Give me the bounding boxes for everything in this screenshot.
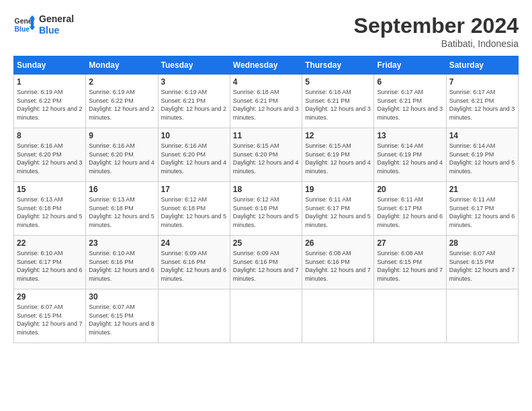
day-number: 20: [377, 185, 443, 194]
calendar-cell: 26 Sunrise: 6:08 AM Sunset: 6:16 PM Dayl…: [302, 236, 374, 289]
calendar-cell: 13 Sunrise: 6:14 AM Sunset: 6:19 PM Dayl…: [374, 128, 446, 182]
day-info: Sunrise: 6:14 AM Sunset: 6:19 PM Dayligh…: [377, 142, 443, 175]
location: Batibati, Indonesia: [354, 38, 519, 49]
calendar-cell: 17 Sunrise: 6:12 AM Sunset: 6:18 PM Dayl…: [158, 182, 230, 236]
header-saturday: Saturday: [446, 56, 518, 75]
weekday-header-row: Sunday Monday Tuesday Wednesday Thursday…: [14, 56, 519, 75]
day-number: 7: [449, 77, 515, 87]
calendar-cell: 14 Sunrise: 6:14 AM Sunset: 6:19 PM Dayl…: [446, 128, 518, 182]
calendar-cell: 15 Sunrise: 6:13 AM Sunset: 6:18 PM Dayl…: [14, 182, 86, 236]
calendar-cell: 6 Sunrise: 6:17 AM Sunset: 6:21 PM Dayli…: [374, 75, 446, 128]
calendar-cell: 1 Sunrise: 6:19 AM Sunset: 6:22 PM Dayli…: [14, 75, 86, 128]
day-info: Sunrise: 6:08 AM Sunset: 6:16 PM Dayligh…: [305, 249, 371, 283]
calendar-cell: [302, 289, 374, 343]
day-number: 29: [17, 292, 83, 302]
header-tuesday: Tuesday: [158, 56, 230, 75]
day-info: Sunrise: 6:13 AM Sunset: 6:18 PM Dayligh…: [89, 195, 154, 229]
calendar-cell: [158, 289, 230, 343]
calendar-cell: 25 Sunrise: 6:09 AM Sunset: 6:16 PM Dayl…: [230, 236, 302, 289]
title-block: September 2024 Batibati, Indonesia: [354, 13, 519, 49]
calendar-cell: 3 Sunrise: 6:19 AM Sunset: 6:21 PM Dayli…: [158, 75, 230, 128]
calendar-cell: [446, 289, 518, 343]
day-number: 18: [233, 185, 299, 194]
day-number: 24: [161, 238, 227, 248]
day-number: 22: [17, 238, 83, 248]
logo-text-line2: Blue: [39, 25, 74, 36]
calendar-cell: 30 Sunrise: 6:07 AM Sunset: 6:15 PM Dayl…: [86, 289, 158, 343]
calendar-week-row: 15 Sunrise: 6:13 AM Sunset: 6:18 PM Dayl…: [14, 182, 519, 236]
day-number: 1: [17, 77, 83, 87]
calendar-table: Sunday Monday Tuesday Wednesday Thursday…: [13, 56, 519, 343]
header-sunday: Sunday: [14, 56, 86, 75]
calendar-cell: [230, 289, 302, 343]
day-info: Sunrise: 6:07 AM Sunset: 6:15 PM Dayligh…: [89, 303, 154, 336]
day-info: Sunrise: 6:18 AM Sunset: 6:21 PM Dayligh…: [305, 88, 371, 122]
day-info: Sunrise: 6:11 AM Sunset: 6:17 PM Dayligh…: [449, 195, 515, 229]
day-info: Sunrise: 6:09 AM Sunset: 6:16 PM Dayligh…: [161, 249, 227, 283]
day-info: Sunrise: 6:19 AM Sunset: 6:22 PM Dayligh…: [89, 88, 154, 122]
day-number: 27: [377, 238, 443, 248]
calendar-week-row: 22 Sunrise: 6:10 AM Sunset: 6:17 PM Dayl…: [14, 236, 519, 289]
page-header: General Blue General Blue September 2024…: [13, 13, 519, 49]
header-monday: Monday: [86, 56, 158, 75]
day-number: 6: [377, 77, 443, 87]
calendar-cell: 16 Sunrise: 6:13 AM Sunset: 6:18 PM Dayl…: [86, 182, 158, 236]
calendar-cell: 7 Sunrise: 6:17 AM Sunset: 6:21 PM Dayli…: [446, 75, 518, 128]
day-number: 4: [233, 77, 299, 87]
day-number: 14: [449, 131, 515, 140]
day-number: 13: [377, 131, 443, 140]
day-number: 9: [89, 131, 154, 140]
day-info: Sunrise: 6:16 AM Sunset: 6:20 PM Dayligh…: [161, 142, 227, 175]
calendar-cell: 5 Sunrise: 6:18 AM Sunset: 6:21 PM Dayli…: [302, 75, 374, 128]
day-number: 16: [89, 185, 154, 194]
calendar-cell: [374, 289, 446, 343]
calendar-cell: 20 Sunrise: 6:11 AM Sunset: 6:17 PM Dayl…: [374, 182, 446, 236]
header-friday: Friday: [374, 56, 446, 75]
calendar-cell: 9 Sunrise: 6:16 AM Sunset: 6:20 PM Dayli…: [86, 128, 158, 182]
day-number: 10: [161, 131, 227, 140]
day-info: Sunrise: 6:11 AM Sunset: 6:17 PM Dayligh…: [377, 195, 443, 229]
day-number: 21: [449, 185, 515, 194]
svg-text:Blue: Blue: [15, 25, 30, 32]
calendar-cell: 27 Sunrise: 6:08 AM Sunset: 6:15 PM Dayl…: [374, 236, 446, 289]
day-info: Sunrise: 6:10 AM Sunset: 6:16 PM Dayligh…: [89, 249, 154, 283]
logo: General Blue General Blue: [13, 13, 74, 36]
calendar-cell: 2 Sunrise: 6:19 AM Sunset: 6:22 PM Dayli…: [86, 75, 158, 128]
header-wednesday: Wednesday: [230, 56, 302, 75]
day-info: Sunrise: 6:13 AM Sunset: 6:18 PM Dayligh…: [17, 195, 83, 229]
calendar-cell: 18 Sunrise: 6:12 AM Sunset: 6:18 PM Dayl…: [230, 182, 302, 236]
day-info: Sunrise: 6:09 AM Sunset: 6:16 PM Dayligh…: [233, 249, 299, 283]
day-info: Sunrise: 6:14 AM Sunset: 6:19 PM Dayligh…: [449, 142, 515, 175]
month-title: September 2024: [354, 13, 519, 38]
day-info: Sunrise: 6:11 AM Sunset: 6:17 PM Dayligh…: [305, 195, 371, 229]
calendar-cell: 11 Sunrise: 6:15 AM Sunset: 6:20 PM Dayl…: [230, 128, 302, 182]
calendar-cell: 21 Sunrise: 6:11 AM Sunset: 6:17 PM Dayl…: [446, 182, 518, 236]
day-info: Sunrise: 6:08 AM Sunset: 6:15 PM Dayligh…: [377, 249, 443, 283]
calendar-cell: 24 Sunrise: 6:09 AM Sunset: 6:16 PM Dayl…: [158, 236, 230, 289]
calendar-week-row: 29 Sunrise: 6:07 AM Sunset: 6:15 PM Dayl…: [14, 289, 519, 343]
day-info: Sunrise: 6:16 AM Sunset: 6:20 PM Dayligh…: [17, 142, 83, 175]
day-info: Sunrise: 6:15 AM Sunset: 6:20 PM Dayligh…: [233, 142, 299, 175]
day-number: 19: [305, 185, 371, 194]
day-info: Sunrise: 6:15 AM Sunset: 6:19 PM Dayligh…: [305, 142, 371, 175]
day-info: Sunrise: 6:07 AM Sunset: 6:15 PM Dayligh…: [449, 249, 515, 283]
day-info: Sunrise: 6:16 AM Sunset: 6:20 PM Dayligh…: [89, 142, 154, 175]
calendar-cell: 4 Sunrise: 6:18 AM Sunset: 6:21 PM Dayli…: [230, 75, 302, 128]
logo-text-line1: General: [39, 13, 74, 25]
header-thursday: Thursday: [302, 56, 374, 75]
calendar-cell: 19 Sunrise: 6:11 AM Sunset: 6:17 PM Dayl…: [302, 182, 374, 236]
day-info: Sunrise: 6:17 AM Sunset: 6:21 PM Dayligh…: [377, 88, 443, 122]
day-number: 15: [17, 185, 83, 194]
day-info: Sunrise: 6:12 AM Sunset: 6:18 PM Dayligh…: [233, 195, 299, 229]
calendar-cell: 23 Sunrise: 6:10 AM Sunset: 6:16 PM Dayl…: [86, 236, 158, 289]
day-number: 26: [305, 238, 371, 248]
calendar-cell: 22 Sunrise: 6:10 AM Sunset: 6:17 PM Dayl…: [14, 236, 86, 289]
day-number: 25: [233, 238, 299, 248]
day-number: 17: [161, 185, 227, 194]
calendar-cell: 29 Sunrise: 6:07 AM Sunset: 6:15 PM Dayl…: [14, 289, 86, 343]
calendar-cell: 10 Sunrise: 6:16 AM Sunset: 6:20 PM Dayl…: [158, 128, 230, 182]
day-number: 12: [305, 131, 371, 140]
day-number: 11: [233, 131, 299, 140]
calendar-cell: 8 Sunrise: 6:16 AM Sunset: 6:20 PM Dayli…: [14, 128, 86, 182]
day-info: Sunrise: 6:19 AM Sunset: 6:22 PM Dayligh…: [17, 88, 83, 122]
